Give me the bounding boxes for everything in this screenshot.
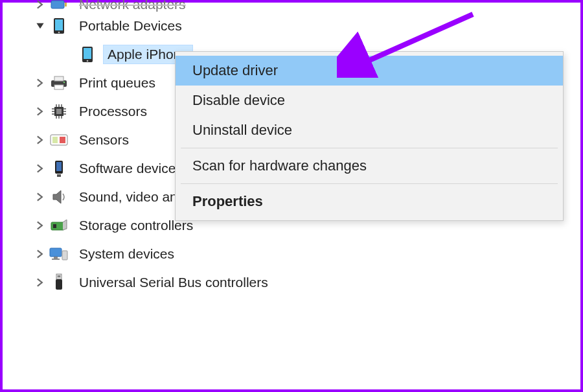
svg-rect-38 [56,274,62,279]
tree-item-label: Portable Devices [75,17,186,35]
svg-rect-35 [54,257,58,259]
tree-item-label: Universal Serial Bus controllers [75,273,272,292]
svg-rect-33 [53,224,56,228]
expand-arrow-icon[interactable] [31,74,49,92]
menu-item-scan-hardware[interactable]: Scan for hardware changes [176,151,563,181]
menu-item-update-driver[interactable]: Update driver [176,56,563,86]
menu-item-label: Update driver [192,62,278,78]
svg-rect-0 [51,1,64,8]
speaker-icon [49,187,69,207]
portable-device-icon [49,16,69,36]
storage-controller-icon [49,216,69,235]
collapse-arrow-icon[interactable] [31,17,49,35]
svg-point-11 [63,82,65,83]
expand-arrow-icon[interactable] [31,0,49,12]
context-menu: Update driver Disable device Uninstall d… [175,51,564,221]
expand-arrow-icon[interactable] [31,188,49,206]
expand-arrow-icon[interactable] [31,102,49,121]
tree-item-label: System devices [75,245,178,263]
svg-point-4 [58,32,60,34]
svg-rect-40 [58,275,59,277]
expand-arrow-icon[interactable] [31,273,49,292]
svg-rect-27 [52,137,58,143]
expand-arrow-icon[interactable] [31,216,49,235]
svg-rect-3 [55,19,63,30]
tree-item-label: Network adapters [75,0,190,12]
software-device-icon [49,159,69,178]
tree-item-network-adapters[interactable]: Network adapters [12,0,349,12]
svg-rect-34 [50,248,62,257]
svg-rect-31 [57,174,61,177]
expand-arrow-icon[interactable] [31,245,49,263]
tree-item-system-devices[interactable]: System devices [12,240,349,268]
sensor-icon [49,130,69,150]
network-adapter-icon [49,0,69,12]
svg-rect-41 [59,275,60,277]
expand-arrow-icon[interactable] [31,159,49,178]
menu-item-label: Disable device [192,92,285,108]
menu-item-uninstall-device[interactable]: Uninstall device [176,115,563,145]
tree-item-label: Sensors [75,131,133,149]
menu-separator [181,148,558,148]
processor-icon [49,102,69,121]
tree-item-portable-devices[interactable]: Portable Devices [12,12,349,40]
portable-device-icon [78,45,97,64]
usb-icon [49,273,69,292]
menu-separator [181,183,558,184]
menu-item-label: Properties [192,193,263,209]
printer-icon [49,73,69,93]
svg-rect-1 [65,3,67,6]
menu-item-label: Uninstall device [192,122,292,138]
svg-rect-9 [54,76,63,81]
svg-rect-6 [84,48,91,59]
menu-item-disable-device[interactable]: Disable device [176,86,563,115]
tree-item-label: Processors [75,102,151,121]
svg-rect-10 [54,85,63,89]
tree-item-label: Software devices [75,159,187,178]
expand-arrow-icon[interactable] [31,131,49,149]
menu-item-properties[interactable]: Properties [176,187,563,216]
svg-rect-30 [56,162,62,171]
svg-rect-39 [56,279,62,290]
svg-rect-28 [60,137,65,143]
tree-item-usb-controllers[interactable]: Universal Serial Bus controllers [12,268,349,297]
tree-item-label: Print queues [75,74,159,92]
menu-item-label: Scan for hardware changes [192,157,367,174]
svg-rect-36 [52,259,60,260]
svg-rect-37 [62,251,67,260]
system-device-icon [49,244,69,264]
svg-point-7 [87,60,89,62]
svg-rect-13 [56,109,62,114]
